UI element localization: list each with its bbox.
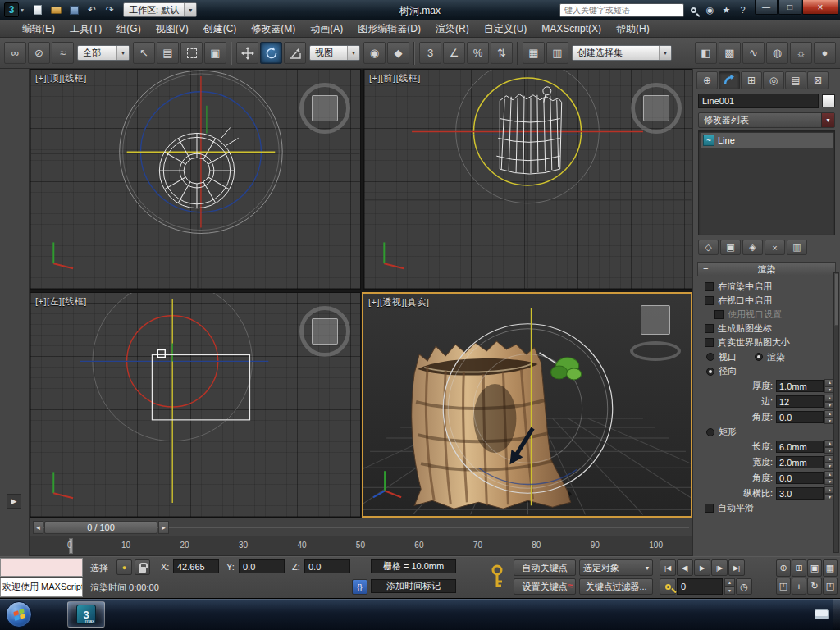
save-file-button[interactable] — [66, 2, 82, 18]
checkbox-real-world-map-size[interactable]: 真实世界贴图大小 — [695, 336, 838, 349]
angle-snap-button[interactable]: ∠ — [443, 42, 465, 64]
object-name-field[interactable]: Line001 — [698, 94, 819, 108]
remove-modifier-button[interactable]: × — [765, 240, 785, 255]
tab-modify[interactable] — [719, 71, 740, 89]
select-and-manipulate-button[interactable]: ◆ — [387, 42, 409, 64]
select-and-scale-button[interactable] — [284, 42, 306, 64]
minimize-button[interactable]: — — [755, 0, 778, 15]
application-menu-button[interactable]: 3 ▾ — [2, 1, 26, 19]
set-keys-button[interactable] — [489, 564, 505, 591]
set-key-button[interactable]: 设置关键点 — [514, 578, 576, 595]
help-icon[interactable]: ? — [736, 3, 750, 17]
length-field[interactable]: 6.0mm — [776, 441, 824, 453]
taskbar-3dsmax-button[interactable]: 3max — [67, 601, 105, 628]
time-step-forward-button[interactable]: ▸ — [158, 521, 169, 534]
z-coordinate-field[interactable]: 0.0 — [304, 559, 350, 573]
undo-button[interactable]: ↶ — [84, 2, 100, 18]
workspace-dropdown[interactable]: 工作区: 默认 ▾ — [123, 2, 197, 17]
auto-key-button[interactable]: 自动关键点 — [514, 559, 576, 576]
frame-spinner[interactable]: ▴▾ — [724, 578, 735, 595]
use-pivot-center-button[interactable]: ◉ — [363, 42, 386, 64]
object-color-swatch[interactable] — [822, 94, 835, 107]
viewport-front[interactable]: [+][前][线框] — [363, 69, 692, 290]
expand-panel-button[interactable]: ▶ — [7, 494, 21, 509]
select-by-name-button[interactable]: ▤ — [157, 42, 179, 64]
show-desktop-button[interactable] — [833, 599, 840, 630]
menu-help[interactable]: 帮助(H) — [609, 20, 657, 38]
start-button[interactable] — [6, 601, 32, 628]
spinner-up-icon[interactable]: ▴ — [724, 578, 735, 587]
aspect-field[interactable]: 3.0 — [776, 487, 824, 500]
zoom-extents-all-button[interactable]: ▦ — [823, 559, 838, 577]
maxscript-mini-listener[interactable]: 欢迎使用 MAXScript — [0, 578, 83, 597]
panel-scrollbar[interactable] — [833, 272, 839, 553]
tab-hierarchy[interactable]: ⊞ — [741, 71, 762, 89]
unlink-selection-button[interactable]: ⊘ — [28, 42, 50, 64]
viewport-top[interactable]: [+][顶][线框] — [30, 69, 361, 290]
zoom-button[interactable]: ⊕ — [776, 559, 791, 577]
pan-button[interactable]: + — [792, 578, 806, 595]
make-unique-button[interactable]: ◈ — [742, 240, 763, 255]
menu-edit[interactable]: 编辑(E) — [15, 20, 62, 38]
previous-frame-button[interactable]: ◀| — [677, 559, 693, 576]
isolate-selection-toggle[interactable]: ● — [116, 559, 132, 575]
rendering-rollout-header[interactable]: − 渲染 — [697, 262, 836, 276]
play-button[interactable]: ▶ — [694, 559, 710, 576]
show-end-result-button[interactable]: ▣ — [720, 240, 741, 255]
thickness-field[interactable]: 1.0mm — [776, 380, 824, 392]
next-frame-button[interactable]: |▶ — [711, 559, 728, 576]
spinner-down-icon[interactable]: ▾ — [724, 587, 735, 595]
time-step-back-button[interactable]: ◂ — [33, 521, 43, 534]
configure-modifier-sets-button[interactable]: ▥ — [787, 240, 807, 255]
maxscript-mini-listener-macro[interactable] — [0, 558, 83, 577]
viewport-top-label[interactable]: [+][顶][线框] — [35, 72, 87, 84]
tab-motion[interactable]: ◎ — [763, 71, 784, 89]
menu-graph-editors[interactable]: 图形编辑器(D) — [350, 20, 428, 38]
radio-viewport[interactable] — [706, 353, 714, 361]
tab-display[interactable]: ▤ — [785, 71, 806, 89]
menu-rendering[interactable]: 渲染(R) — [428, 20, 477, 38]
modifier-stack[interactable]: ~ Line — [698, 130, 835, 235]
orbit-button[interactable]: ↻ — [807, 578, 822, 595]
bind-to-space-warp-button[interactable]: ≈ — [52, 42, 74, 64]
checkbox-auto-smooth[interactable]: 自动平滑 — [695, 501, 838, 515]
angle-field[interactable]: 0.0 — [776, 411, 824, 423]
radio-renderer[interactable] — [755, 353, 763, 361]
menu-animation[interactable]: 动画(A) — [303, 20, 350, 38]
checkbox-generate-mapping-coords[interactable]: 生成贴图坐标 — [695, 322, 838, 336]
go-to-start-button[interactable]: |◀ — [660, 559, 676, 576]
menu-group[interactable]: 组(G) — [109, 20, 148, 38]
maximize-viewport-toggle[interactable]: ◳ — [823, 578, 838, 595]
tray-keyboard-icon[interactable] — [815, 609, 829, 619]
mirror-button[interactable]: ◧ — [695, 42, 717, 64]
modifier-list-dropdown[interactable]: 修改器列表 ▾ — [698, 112, 835, 128]
viewcube[interactable] — [299, 83, 350, 134]
select-object-button[interactable]: ↖ — [133, 42, 155, 64]
viewcube[interactable] — [630, 307, 681, 358]
pin-stack-button[interactable]: ◇ — [698, 240, 719, 255]
x-coordinate-field[interactable]: 42.665 — [173, 559, 219, 573]
viewport-front-label[interactable]: [+][前][线框] — [369, 72, 421, 84]
time-configuration-button[interactable]: ◷ — [736, 578, 752, 595]
maximize-button[interactable]: □ — [778, 0, 801, 15]
key-filter-selection-dropdown[interactable]: 选定对象▾ — [579, 559, 653, 576]
radio-radial[interactable] — [706, 368, 714, 376]
menu-maxscript[interactable]: MAXScript(X) — [534, 20, 609, 38]
scrollbar-thumb[interactable] — [834, 273, 838, 326]
viewport-perspective-label[interactable]: [+][透视][真实] — [368, 296, 429, 308]
menu-tools[interactable]: 工具(T) — [62, 20, 109, 38]
menu-modifiers[interactable]: 修改器(M) — [244, 20, 303, 38]
select-and-move-button[interactable] — [236, 42, 258, 64]
reference-coordinate-dropdown[interactable]: 视图 ▾ — [309, 45, 360, 61]
viewcube[interactable] — [631, 83, 682, 134]
stack-item-line[interactable]: ~ Line — [701, 133, 833, 148]
time-slider-bar[interactable]: ◂ 0 / 100 ▸ — [30, 518, 692, 536]
time-slider-handle[interactable]: 0 / 100 — [44, 521, 158, 534]
percent-snap-button[interactable]: % — [467, 42, 489, 64]
select-and-rotate-button[interactable] — [260, 42, 282, 64]
menu-views[interactable]: 视图(V) — [148, 20, 196, 38]
maxscript-listener-icon[interactable]: {} — [352, 579, 368, 595]
align-button[interactable]: ▩ — [719, 42, 741, 64]
keyboard-override-toggle[interactable]: ▦ — [523, 42, 545, 64]
window-crossing-toggle[interactable]: ▣ — [204, 42, 226, 64]
